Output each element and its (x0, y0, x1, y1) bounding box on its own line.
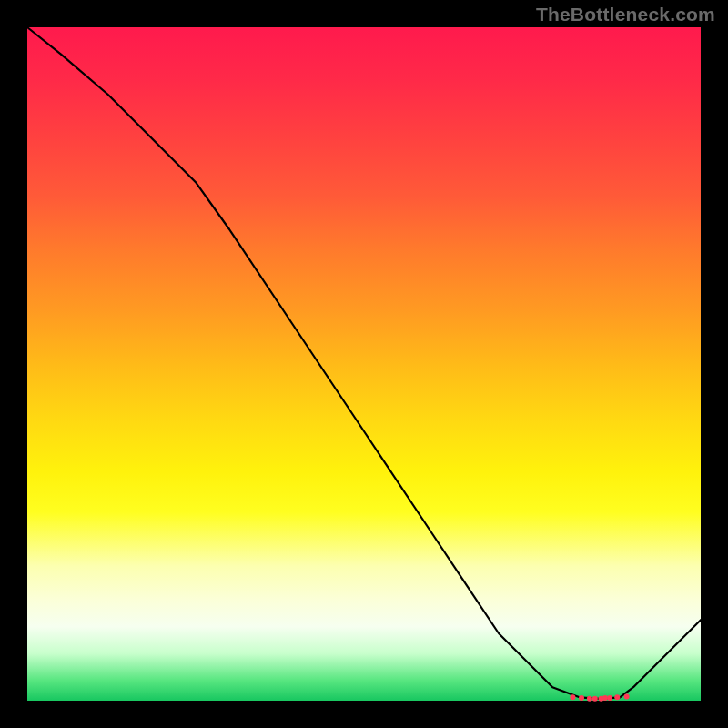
chart-marker-dot (607, 695, 612, 701)
chart-svg (27, 27, 701, 701)
chart-marker-dot (624, 694, 630, 700)
chart-plot-area (27, 27, 701, 701)
chart-marker-dot (602, 695, 608, 701)
chart-marker-dot (592, 696, 598, 702)
chart-frame: TheBottleneck.com (0, 0, 728, 728)
chart-marker-dot (579, 695, 584, 701)
chart-curve (27, 27, 701, 699)
chart-marker-dot (587, 696, 592, 702)
chart-marker-dot (570, 694, 575, 700)
watermark-text: TheBottleneck.com (536, 4, 715, 25)
chart-marker-dot (614, 694, 620, 700)
